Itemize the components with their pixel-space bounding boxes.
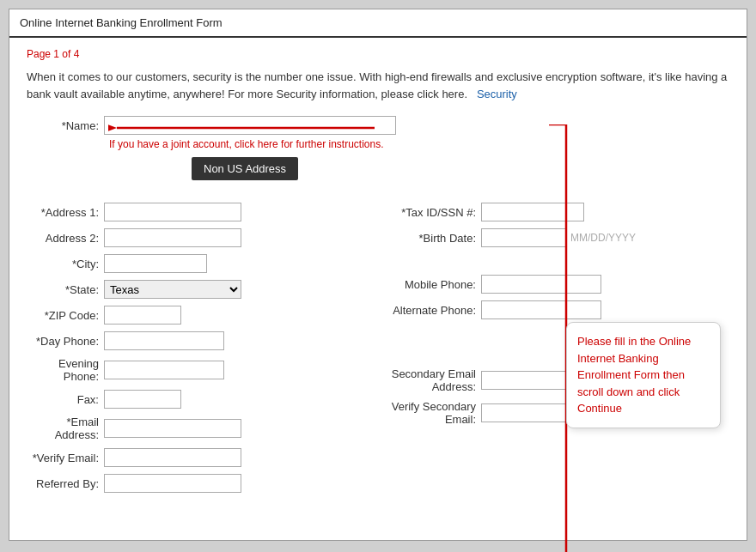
email-input[interactable] xyxy=(104,419,241,438)
window-title: Online Internet Banking Enrollment Form xyxy=(9,9,747,38)
name-label: *Name: xyxy=(27,119,104,132)
date-placeholder: MM/DD/YYYY xyxy=(570,232,636,244)
tooltip-box: Please fill in the Online Internet Banki… xyxy=(566,322,721,428)
non-us-address-button[interactable]: Non US Address xyxy=(192,157,298,180)
birth-date-row: *Birth Date: MM/DD/YYYY xyxy=(387,228,729,247)
zip-row: *ZIP Code: xyxy=(27,306,369,325)
mobile-phone-row: Mobile Phone: xyxy=(387,275,729,294)
zip-input[interactable] xyxy=(104,306,181,325)
fax-label: Fax: xyxy=(27,393,104,406)
form-container: Page 1 of 4 When it comes to our custome… xyxy=(9,38,747,517)
birth-date-wrapper: MM/DD/YYYY xyxy=(481,228,636,247)
verify-email-label: *Verify Email: xyxy=(27,452,104,464)
state-label: *State: xyxy=(27,283,104,296)
alt-phone-input[interactable] xyxy=(481,300,601,319)
mobile-phone-label: Mobile Phone: xyxy=(387,278,481,291)
state-row: *State: Texas Alabama Alaska Arizona Cal… xyxy=(27,280,369,299)
joint-account-text: If you have a joint account, click here … xyxy=(109,138,729,150)
evening-phone-input[interactable] xyxy=(104,361,224,379)
name-row: *Name: xyxy=(27,116,729,135)
city-label: *City: xyxy=(27,258,104,270)
zip-label: *ZIP Code: xyxy=(27,309,104,322)
email-row: *Email Address: xyxy=(27,416,369,441)
day-phone-input[interactable] xyxy=(104,331,224,350)
email-label: *Email Address: xyxy=(27,416,104,441)
intro-paragraph: When it comes to our customers, security… xyxy=(27,70,727,100)
address1-row: *Address 1: xyxy=(27,203,369,221)
tax-id-label: *Tax ID/SSN #: xyxy=(387,206,481,219)
referred-row: Referred By: xyxy=(27,474,369,493)
mobile-phone-input[interactable] xyxy=(481,275,601,294)
verify-email-row: *Verify Email: xyxy=(27,448,369,467)
city-row: *City: xyxy=(27,254,369,273)
alt-phone-row: Alternate Phone: xyxy=(387,300,729,319)
form-section: *Name: If you have a joint account, clic… xyxy=(27,116,729,500)
state-select[interactable]: Texas Alabama Alaska Arizona California … xyxy=(104,280,241,299)
fax-input[interactable] xyxy=(104,390,181,409)
secondary-email-label: Secondary Email Address: xyxy=(387,367,481,393)
verify-secondary-label: Verify Secondary Email: xyxy=(387,400,481,426)
birth-date-label: *Birth Date: xyxy=(387,232,481,245)
birth-date-input[interactable] xyxy=(481,228,567,247)
page-indicator: Page 1 of 4 xyxy=(27,48,729,60)
address2-input[interactable] xyxy=(104,228,241,247)
alt-phone-label: Alternate Phone: xyxy=(387,304,481,317)
verify-email-input[interactable] xyxy=(104,448,241,467)
intro-text: When it comes to our customers, security… xyxy=(27,69,729,102)
tooltip-text: Please fill in the Online Internet Banki… xyxy=(577,335,691,415)
fax-row: Fax: xyxy=(27,390,369,409)
main-window: Online Internet Banking Enrollment Form … xyxy=(9,9,747,541)
address2-row: Address 2: xyxy=(27,228,369,247)
referred-input[interactable] xyxy=(104,474,241,493)
tax-id-row: *Tax ID/SSN #: xyxy=(387,203,729,221)
day-phone-label: *Day Phone: xyxy=(27,335,104,348)
window-title-text: Online Internet Banking Enrollment Form xyxy=(20,16,223,29)
name-input[interactable] xyxy=(104,116,396,135)
address2-label: Address 2: xyxy=(27,232,104,245)
tax-id-input[interactable] xyxy=(481,203,584,221)
left-column: *Address 1: Address 2: *City: *State: xyxy=(27,203,369,500)
day-phone-row: *Day Phone: xyxy=(27,331,369,350)
address1-input[interactable] xyxy=(104,203,241,221)
evening-phone-row: Evening Phone: xyxy=(27,357,369,383)
evening-phone-label: Evening Phone: xyxy=(27,357,104,383)
address1-label: *Address 1: xyxy=(27,206,104,219)
security-link[interactable]: Security xyxy=(477,88,517,100)
city-input[interactable] xyxy=(104,254,207,273)
referred-label: Referred By: xyxy=(27,477,104,490)
